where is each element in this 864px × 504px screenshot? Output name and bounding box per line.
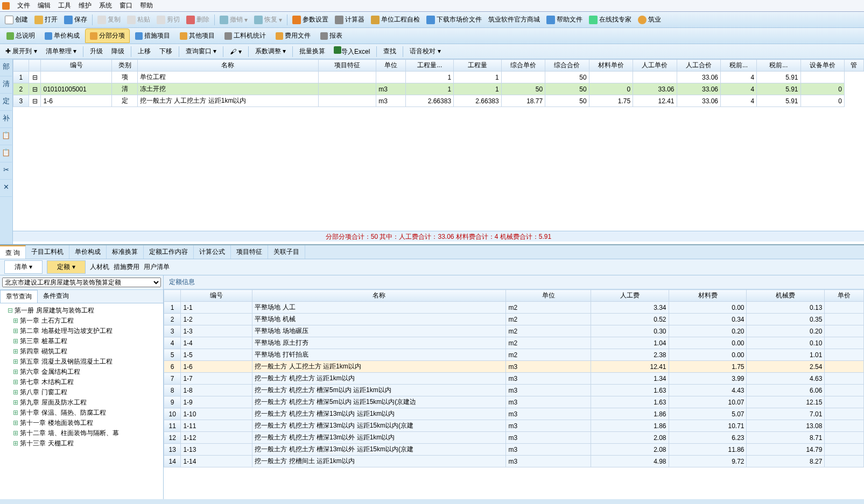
helpfile-button[interactable]: 帮助文件 (544, 14, 585, 25)
strip-cut-icon[interactable]: ✂ (0, 162, 12, 180)
detail-grid[interactable]: 编号名称单位人工费材料费机械费单价11-1平整场地 人工m23.340.000.… (164, 289, 864, 499)
quota-select[interactable]: 北京市建设工程房屋建筑与装饰预算定额 (2, 278, 161, 287)
tree-node[interactable]: 第十一章 楼地面装饰工程 (1, 418, 162, 428)
copy-button[interactable]: 复制 (95, 14, 123, 25)
table-row[interactable]: 2⊟010101005001清冻土开挖m3115050033.0633.0645… (13, 83, 864, 95)
listfix-button[interactable]: 清单整理 ▾ (43, 46, 80, 57)
strip-bu2[interactable]: 补 (0, 111, 12, 128)
dtab-sub[interactable]: 子目工料机 (26, 245, 69, 259)
tree-node[interactable]: 第七章 木结构工程 (1, 377, 162, 387)
querywin-button[interactable]: 查询窗口 ▾ (182, 46, 220, 57)
strip-bu[interactable]: 部 (0, 59, 12, 76)
coef-button[interactable]: 系数调整 ▾ (252, 46, 289, 57)
find-button[interactable]: 查找 (380, 46, 399, 57)
dtab-assoc[interactable]: 关联子目 (268, 245, 305, 259)
paste-button[interactable]: 粘贴 (124, 14, 153, 25)
delete-button[interactable]: 删除 (184, 14, 212, 25)
detail-row[interactable]: 91-9挖一般土方 机挖土方 槽深5m以内 运距15km以内(京建边m31.63… (164, 396, 864, 408)
tab-gongliao[interactable]: 工料机统计 (220, 29, 270, 42)
tree-node[interactable]: 第九章 屋面及防水工程 (1, 397, 162, 408)
menu-help[interactable]: 帮助 (140, 1, 153, 10)
online-button[interactable]: 在线找专家 (586, 14, 634, 25)
filter-list[interactable]: 清单 ▾ (4, 260, 43, 274)
expand-button[interactable]: ✚ 展开到 ▾ (2, 46, 40, 57)
undo-button[interactable]: 撤销 ▾ (217, 14, 250, 25)
dtab-std[interactable]: 标准换算 (107, 245, 144, 259)
menu-system[interactable]: 系统 (99, 1, 112, 10)
redo-button[interactable]: 恢复 ▾ (251, 14, 285, 25)
unitcheck-button[interactable]: 单位工程自检 (368, 14, 423, 25)
detail-row[interactable]: 81-8挖一般土方 机挖土方 槽深5m以内 运距1km以内m31.634.436… (164, 385, 864, 396)
dtab-work[interactable]: 定额工作内容 (144, 245, 194, 259)
chapter-tree[interactable]: 第一册 房屋建筑与装饰工程第一章 土石方工程第二章 地基处理与边坡支护工程第三章… (0, 303, 163, 499)
tree-tab-chapter[interactable]: 章节查询 (0, 290, 38, 303)
detail-row[interactable]: 31-3平整场地 场地碾压m20.300.200.20 (164, 325, 864, 337)
voice-button[interactable]: 语音校对 ▾ (406, 46, 444, 57)
table-row[interactable]: 1⊟项单位工程115033.0645.91 (13, 72, 864, 83)
tab-cuoshi[interactable]: 措施项目 (131, 29, 174, 42)
dtab-formula[interactable]: 计算公式 (194, 245, 231, 259)
tab-feiyong[interactable]: 费用文件 (271, 29, 315, 42)
download-button[interactable]: 下载市场价文件 (424, 14, 484, 25)
detail-row[interactable]: 111-11挖一般土方 机挖土方 槽深13m以内 运距15km以内(京建m31.… (164, 420, 864, 432)
tab-qita[interactable]: 其他项目 (175, 29, 219, 42)
tab-general[interactable]: 总说明 (2, 29, 39, 42)
strip-close-icon[interactable]: ✕ (0, 180, 12, 197)
strip-qing[interactable]: 清 (0, 76, 12, 94)
tree-node[interactable]: 第一章 土石方工程 (1, 316, 162, 326)
menu-tools[interactable]: 工具 (58, 1, 71, 10)
filter-quota[interactable]: 定额 ▾ (47, 260, 85, 274)
tree-node[interactable]: 第二章 地基处理与边坡支护工程 (1, 326, 162, 336)
tree-node[interactable]: 第三章 桩基工程 (1, 336, 162, 346)
menu-maintain[interactable]: 维护 (79, 1, 92, 10)
main-grid[interactable]: 编号类别名称项目特征单位工程量...工程量综合单价综合合价材料单价人工单价人工合… (13, 59, 864, 244)
dtab-price[interactable]: 单价构成 (69, 245, 107, 259)
dtab-query[interactable]: 查 询 (0, 245, 26, 259)
brush-button[interactable]: 🖌 ▾ (227, 47, 244, 56)
detail-row[interactable]: 131-13挖一般土方 机挖土方 槽深13m以外 运距15km以内(京建m32.… (164, 444, 864, 456)
batch-button[interactable]: 批量换算 (296, 46, 328, 57)
filter-rcj[interactable]: 人材机 (90, 262, 109, 272)
tree-node[interactable]: 第四章 砌筑工程 (1, 346, 162, 357)
tab-fenbu[interactable]: 分部分项 (85, 29, 130, 43)
detail-row[interactable]: 101-10挖一般土方 机挖土方 槽深13m以内 运距1km以内m31.865.… (164, 408, 864, 420)
detail-row[interactable]: 121-12挖一般土方 机挖土方 槽深13m以外 运距1km以内m32.086.… (164, 432, 864, 444)
tree-node[interactable]: 第五章 混凝土及钢筋混凝土工程 (1, 357, 162, 367)
tree-node[interactable]: 第八章 门窗工程 (1, 387, 162, 397)
detail-row[interactable]: 71-7挖一般土方 机挖土方 运距1km以内m31.343.994.63 (164, 373, 864, 385)
param-button[interactable]: 参数设置 (290, 14, 331, 25)
filter-user[interactable]: 用户清单 (144, 262, 170, 272)
zhuye-button[interactable]: 筑业 (635, 14, 664, 25)
filter-cuoshi[interactable]: 措施费用 (114, 262, 139, 272)
mall-button[interactable]: 筑业软件官方商城 (486, 14, 543, 25)
detail-row[interactable]: 51-5平整场地 打钎拍底m22.380.001.01 (164, 349, 864, 361)
save-button[interactable]: 保存 (61, 14, 90, 25)
leveldown-button[interactable]: 降级 (108, 46, 128, 57)
excel-button[interactable]: 导入Excel (331, 45, 373, 58)
menu-edit[interactable]: 编辑 (38, 1, 51, 10)
tree-tab-cond[interactable]: 条件查询 (38, 290, 74, 303)
detail-row[interactable]: 11-1平整场地 人工m23.340.000.13 (164, 302, 864, 314)
tree-node[interactable]: 第十三章 天棚工程 (1, 438, 162, 449)
menu-window[interactable]: 窗口 (120, 1, 132, 10)
tab-danjia[interactable]: 单价构成 (40, 29, 84, 42)
table-row[interactable]: 3⊟1-6定挖一般土方 人工挖土方 运距1km以内m32.663832.6638… (13, 95, 864, 107)
tree-node[interactable]: 第十章 保温、隔热、防腐工程 (1, 408, 162, 418)
levelup-button[interactable]: 升级 (87, 46, 106, 57)
cut-button[interactable]: 剪切 (154, 14, 182, 25)
detail-row[interactable]: 41-4平整场地 原土打夯m21.040.000.10 (164, 337, 864, 349)
detail-row[interactable]: 61-6挖一般土方 人工挖土方 运距1km以内m312.411.752.54 (164, 361, 864, 373)
movedown-button[interactable]: 下移 (156, 46, 175, 57)
strip-ding[interactable]: 定 (0, 94, 12, 111)
menu-file[interactable]: 文件 (17, 1, 30, 10)
strip-copy-icon[interactable]: 📋 (0, 128, 12, 145)
calc-button[interactable]: 计算器 (332, 14, 367, 25)
moveup-button[interactable]: 上移 (135, 46, 154, 57)
tree-node[interactable]: 第六章 金属结构工程 (1, 367, 162, 377)
open-button[interactable]: 打开 (32, 14, 60, 25)
tree-node[interactable]: 第十二章 墙、柱面装饰与隔断、幕 (1, 428, 162, 438)
dtab-feature[interactable]: 项目特征 (231, 245, 268, 259)
detail-row[interactable]: 141-14挖一般土方 挖槽间土 运距1km以内m34.989.728.27 (164, 456, 864, 467)
strip-paste-icon[interactable]: 📋 (0, 145, 12, 162)
create-button[interactable]: 创建 (2, 14, 31, 25)
